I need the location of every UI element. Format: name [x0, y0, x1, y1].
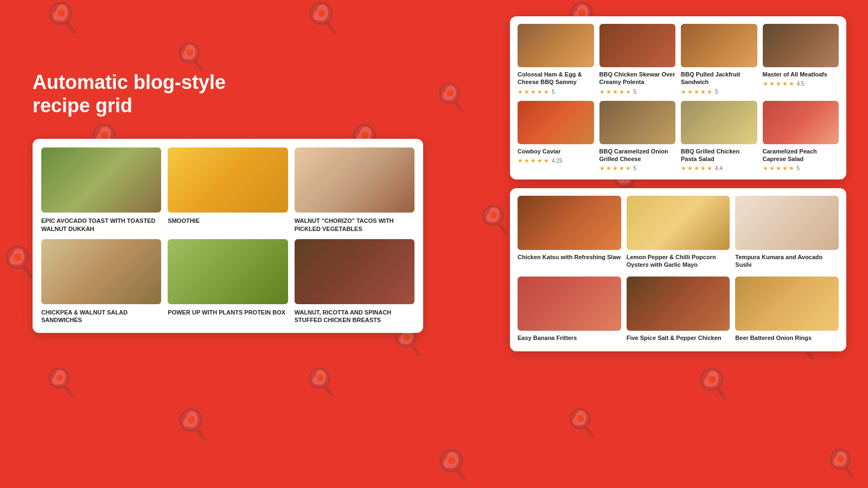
- recipe-title-avocado-toast: EPIC AVOCADO TOAST WITH TOASTED WALNUT D…: [41, 217, 161, 233]
- recipe-thumb-chickpea: [41, 239, 161, 304]
- star-icon: ★: [769, 80, 775, 87]
- rating-num-meatloaf: 4.5: [797, 81, 805, 87]
- rating-num-ham-egg: 5: [552, 89, 555, 95]
- panel-thumb-five-spice: [627, 277, 730, 331]
- panel-thumb-jackfruit: [681, 24, 757, 67]
- rating-num-cowboy-caviar: 4.25: [552, 158, 562, 164]
- panel-item-cowboy-caviar[interactable]: Cowboy Caviar★★★★★4.25: [518, 101, 594, 172]
- panel-title-onion-rings: Beer Battered Onion Rings: [735, 334, 839, 342]
- rating-num-bbq-pasta: 4.4: [715, 165, 723, 171]
- star-icon: ★: [776, 165, 781, 172]
- panel-thumb-bbq-pasta: [681, 101, 757, 144]
- bottom-panel-grid: Chicken Katsu with Refreshing SlawLemon …: [518, 196, 839, 344]
- panel-thumb-bbq-onion-grilled: [599, 101, 676, 144]
- star-icon: ★: [544, 88, 549, 95]
- recipe-grid-card: EPIC AVOCADO TOAST WITH TOASTED WALNUT D…: [33, 139, 423, 332]
- recipe-thumb-power-box: [168, 239, 288, 304]
- recipe-item-power-box[interactable]: POWER UP WITH PLANTS PROTEIN BOX: [168, 239, 288, 324]
- bottom-panel: Chicken Katsu with Refreshing SlawLemon …: [510, 188, 846, 351]
- recipe-item-stuffed-chicken[interactable]: WALNUT, RICOTTA AND SPINACH STUFFED CHIC…: [295, 239, 414, 324]
- panel-thumb-ham-egg: [518, 24, 594, 67]
- panel-item-chicken-katsu[interactable]: Chicken Katsu with Refreshing Slaw: [518, 196, 621, 271]
- panel-item-sushi[interactable]: Tempura Kumara and Avocado Sushi: [735, 196, 839, 271]
- star-icon: ★: [694, 165, 699, 172]
- recipe-thumb-stuffed-chicken: [295, 239, 414, 304]
- recipe-title-chickpea: CHICKPEA & WALNUT SALAD SANDWICHES: [41, 309, 161, 324]
- panel-thumb-onion-rings: [735, 277, 839, 331]
- top-panel: Colossal Ham & Egg & Cheese BBQ Sammy★★★…: [510, 16, 846, 179]
- star-icon: ★: [599, 88, 605, 95]
- star-icon: ★: [763, 80, 768, 87]
- recipe-item-walnut-tacos[interactable]: WALNUT "CHORIZO" TACOS WITH PICKLED VEGE…: [295, 147, 414, 233]
- star-icon: ★: [518, 88, 523, 95]
- panel-title-caprese: Caramelized Peach Caprese Salad: [763, 147, 839, 163]
- panel-thumb-popcorn-oysters: [627, 196, 730, 250]
- stars-bbq-chicken-skewer: ★★★★★5: [599, 88, 676, 95]
- rating-num-bbq-onion-grilled: 5: [634, 165, 637, 171]
- panel-item-banana-fritters[interactable]: Easy Banana Fritters: [518, 277, 621, 344]
- star-icon: ★: [782, 165, 788, 172]
- recipe-item-chickpea[interactable]: CHICKPEA & WALNUT SALAD SANDWICHES: [41, 239, 161, 324]
- star-icon: ★: [599, 165, 605, 172]
- star-icon: ★: [524, 88, 529, 95]
- star-icon: ★: [763, 165, 768, 172]
- panel-item-bbq-onion-grilled[interactable]: BBQ Caramelized Onion Grilled Cheese★★★★…: [599, 101, 676, 172]
- panel-item-five-spice[interactable]: Five Spice Salt & Pepper Chicken: [627, 277, 730, 344]
- panel-item-onion-rings[interactable]: Beer Battered Onion Rings: [735, 277, 839, 344]
- half-star-icon: ★: [789, 80, 794, 87]
- star-icon: ★: [606, 165, 611, 172]
- stars-bbq-onion-grilled: ★★★★★5: [599, 165, 676, 172]
- panel-item-bbq-pasta[interactable]: BBQ Grilled Chicken Pasta Salad★★★★★4.4: [681, 101, 757, 172]
- star-icon: ★: [687, 88, 693, 95]
- stars-meatloaf: ★★★★★4.5: [763, 80, 839, 87]
- stars-bbq-pasta: ★★★★★4.4: [681, 165, 757, 172]
- panel-item-meatloaf[interactable]: Master of All Meatloafs★★★★★4.5: [763, 24, 839, 95]
- star-icon: ★: [531, 88, 536, 95]
- star-icon: ★: [626, 88, 631, 95]
- recipe-item-avocado-toast[interactable]: EPIC AVOCADO TOAST WITH TOASTED WALNUT D…: [41, 147, 161, 233]
- recipe-title-power-box: POWER UP WITH PLANTS PROTEIN BOX: [168, 309, 288, 316]
- panel-thumb-banana-fritters: [518, 277, 621, 331]
- panel-item-jackfruit[interactable]: BBQ Pulled Jackfruit Sandwich★★★★★5: [681, 24, 757, 95]
- panel-title-five-spice: Five Spice Salt & Pepper Chicken: [627, 334, 730, 342]
- top-panel-grid: Colossal Ham & Egg & Cheese BBQ Sammy★★★…: [518, 24, 839, 172]
- star-icon: ★: [612, 88, 618, 95]
- star-icon: ★: [537, 157, 542, 164]
- panel-title-chicken-katsu: Chicken Katsu with Refreshing Slaw: [518, 253, 621, 261]
- recipe-grid-inner: EPIC AVOCADO TOAST WITH TOASTED WALNUT D…: [41, 147, 414, 324]
- panel-title-popcorn-oysters: Lemon Pepper & Chilli Popcorn Oysters wi…: [627, 253, 730, 269]
- star-icon: ★: [700, 88, 706, 95]
- star-icon: ★: [518, 157, 523, 164]
- star-icon: ★: [612, 165, 618, 172]
- star-icon: ★: [619, 165, 624, 172]
- star-icon: ★: [687, 165, 693, 172]
- panel-title-ham-egg: Colossal Ham & Egg & Cheese BBQ Sammy: [518, 70, 594, 86]
- panel-thumb-chicken-katsu: [518, 196, 621, 250]
- panel-thumb-cowboy-caviar: [518, 101, 594, 144]
- star-icon: ★: [524, 157, 529, 164]
- panel-title-bbq-onion-grilled: BBQ Caramelized Onion Grilled Cheese: [599, 147, 676, 163]
- panel-thumb-bbq-chicken-skewer: [599, 24, 676, 67]
- star-icon: ★: [694, 88, 699, 95]
- star-icon: ★: [782, 80, 788, 87]
- stars-jackfruit: ★★★★★5: [681, 88, 757, 95]
- recipe-title-smoothie: SMOOTHIE: [168, 217, 288, 224]
- panel-title-meatloaf: Master of All Meatloafs: [763, 70, 839, 78]
- star-icon: ★: [769, 165, 775, 172]
- panel-item-popcorn-oysters[interactable]: Lemon Pepper & Chilli Popcorn Oysters wi…: [627, 196, 730, 271]
- stars-cowboy-caviar: ★★★★★4.25: [518, 157, 594, 164]
- panel-item-bbq-chicken-skewer[interactable]: BBQ Chicken Skewar Over Creamy Polenta★★…: [599, 24, 676, 95]
- panel-item-caprese[interactable]: Caramelized Peach Caprese Salad★★★★★5: [763, 101, 839, 172]
- half-star-icon: ★: [544, 157, 549, 164]
- star-icon: ★: [619, 88, 624, 95]
- panel-thumb-meatloaf: [763, 24, 839, 67]
- recipe-item-smoothie[interactable]: SMOOTHIE: [168, 147, 288, 233]
- panel-item-ham-egg[interactable]: Colossal Ham & Egg & Cheese BBQ Sammy★★★…: [518, 24, 594, 95]
- stars-ham-egg: ★★★★★5: [518, 88, 594, 95]
- star-icon: ★: [606, 88, 611, 95]
- panel-thumb-caprese: [763, 101, 839, 144]
- recipe-thumb-smoothie: [168, 147, 288, 213]
- recipe-thumb-walnut-tacos: [295, 147, 414, 213]
- rating-num-bbq-chicken-skewer: 5: [634, 89, 637, 95]
- star-icon: ★: [789, 165, 794, 172]
